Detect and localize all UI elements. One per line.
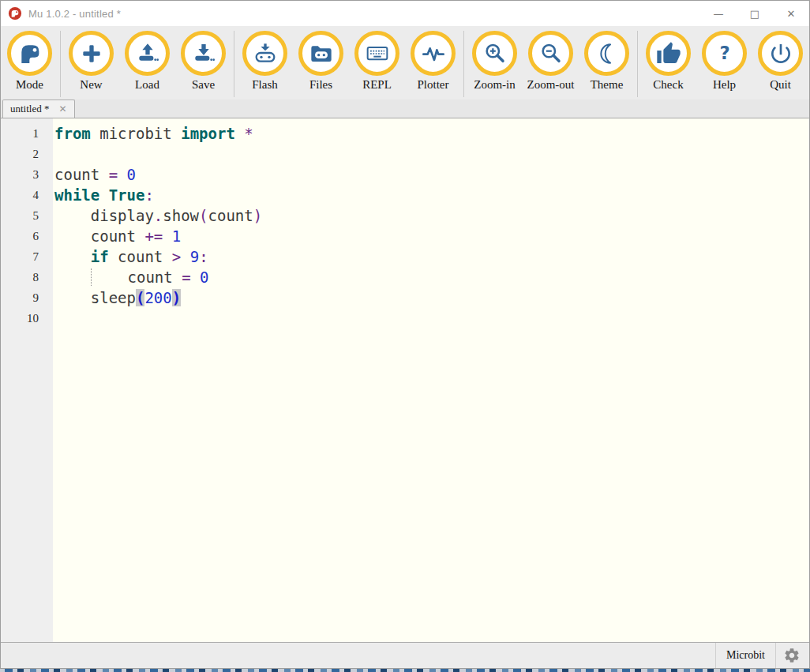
code-line: from microbit import * [54,123,809,144]
toolbar-button-label: REPL [362,78,392,92]
toolbar-button-zoom-in[interactable]: Zoom-in [467,31,523,92]
toolbar-button-files[interactable]: Files [293,31,349,92]
zoom-out-icon [528,31,573,76]
toolbar-button-flash[interactable]: Flash [237,31,293,92]
toolbar-button-label: Save [192,78,215,92]
settings-button[interactable] [775,643,809,668]
toolbar-button-label: Plotter [418,78,449,92]
toolbar-button-label: New [80,78,102,92]
window-controls: —□✕ [700,1,809,26]
toolbar-button-label: Check [653,78,683,92]
toolbar-button-zoom-out[interactable]: Zoom-out [523,31,579,92]
theme-icon [584,31,629,76]
toolbar-separator [637,31,638,97]
toolbar-separator [234,31,234,97]
new-icon [69,31,114,76]
code-editor: 12345678910 from microbit import *count … [1,118,809,642]
quit-icon [758,31,803,76]
toolbar-button-new[interactable]: New [63,31,119,92]
line-number: 6 [1,226,39,246]
toolbar-button-label: Help [713,78,736,92]
code-area[interactable]: from microbit import *count = 0while Tru… [53,118,809,642]
toolbar-button-plotter[interactable]: Plotter [405,31,461,92]
tab-label: untitled * [10,103,49,115]
help-icon: ? [702,31,747,76]
tab-bar: untitled *✕ [1,99,809,118]
code-line [54,144,809,164]
device-mode-label: Microbit [716,649,775,662]
toolbar-separator [463,31,464,97]
toolbar-button-help[interactable]: ?Help [696,31,752,92]
editor-tab[interactable]: untitled *✕ [2,99,75,118]
tab-close-icon[interactable]: ✕ [58,104,66,114]
code-line: count += 1 [54,226,809,246]
toolbar-button-save[interactable]: Save [175,31,231,92]
code-line: sleep(200) [54,287,809,308]
mu-editor-window: Mu 1.0.2 - untitled * —□✕ ModeNewLoadSav… [0,0,810,669]
toolbar-button-label: Files [309,78,332,92]
code-line: count = 0 [54,267,809,287]
maximize-button[interactable]: □ [737,1,773,26]
line-number: 7 [1,246,39,267]
zoom-in-icon [472,31,517,76]
window-title: Mu 1.0.2 - untitled * [28,8,121,20]
mode-icon [7,31,52,76]
mu-logo-icon [8,6,22,21]
minimize-button[interactable]: — [700,1,737,26]
close-button[interactable]: ✕ [773,1,809,26]
toolbar-button-label: Flash [252,78,278,92]
line-number: 5 [1,205,39,226]
line-number: 10 [1,308,39,328]
toolbar: ModeNewLoadSaveFlashFilesREPLPlotterZoom… [1,26,809,99]
code-line [54,308,809,328]
toolbar-button-load[interactable]: Load [119,31,175,92]
toolbar-button-label: Zoom-in [474,78,516,92]
code-line: if count > 9: [54,246,809,267]
line-number: 1 [1,123,39,144]
line-number: 3 [1,164,39,185]
toolbar-button-quit[interactable]: Quit [752,31,808,92]
toolbar-button-label: Quit [770,78,791,92]
line-number-gutter: 12345678910 [1,118,53,642]
line-number: 4 [1,185,39,205]
files-icon [298,31,343,76]
line-number: 2 [1,144,39,164]
toolbar-separator [60,31,61,97]
status-bar: Microbit [1,642,809,668]
line-number: 9 [1,287,39,308]
os-taskbar-sliver [0,669,810,672]
svg-text:?: ? [719,43,729,63]
title-bar: Mu 1.0.2 - untitled * —□✕ [1,1,809,26]
code-line: count = 0 [54,164,809,185]
load-icon [125,31,170,76]
toolbar-button-theme[interactable]: Theme [579,31,635,92]
line-number: 8 [1,267,39,287]
check-icon [646,31,691,76]
toolbar-button-repl[interactable]: REPL [349,31,405,92]
toolbar-button-label: Zoom-out [527,78,575,92]
save-icon [181,31,226,76]
repl-icon [354,31,399,76]
toolbar-button-mode[interactable]: Mode [2,31,58,92]
plotter-icon [411,31,456,76]
toolbar-button-label: Load [135,78,159,92]
toolbar-button-label: Theme [591,78,624,92]
toolbar-button-label: Mode [16,78,43,92]
code-line: display.show(count) [54,205,809,226]
flash-icon [242,31,287,76]
toolbar-button-check[interactable]: Check [640,31,696,92]
code-line: while True: [54,185,809,205]
device-mode-cell: Microbit [715,643,775,668]
